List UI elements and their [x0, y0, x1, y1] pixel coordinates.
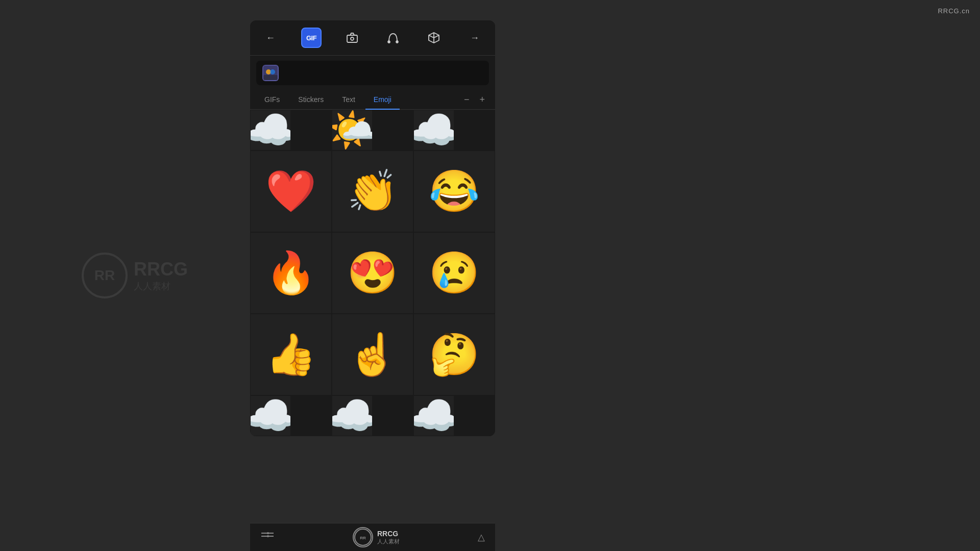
emoji-cloud2: 🌤️	[332, 110, 373, 151]
emoji-cell-partial-2[interactable]: 🌤️	[332, 110, 373, 151]
toolbar: ← GIF	[250, 20, 495, 56]
camera-icon	[346, 32, 358, 44]
arch-button[interactable]	[383, 28, 403, 48]
emoji-grid: ☁️ 🌤️ ☁️ ❤️ 👏 😂 🔥 😍 😢 👍	[250, 110, 495, 436]
emoji-cell-cry[interactable]: 😢	[413, 232, 495, 314]
arch-icon	[387, 32, 399, 44]
svg-point-13	[267, 535, 269, 537]
emoji-cell-bottom-2[interactable]: ☁️	[332, 395, 373, 436]
avatar-image	[263, 66, 278, 80]
watermark: RR RRCG 人人素材	[82, 253, 188, 298]
svg-text:RR: RR	[360, 536, 366, 540]
emoji-laugh: 😂	[429, 171, 480, 212]
tab-plus[interactable]: +	[475, 92, 489, 107]
emoji-heart-eyes: 😍	[347, 253, 398, 293]
bottom-logo-circle: RR	[353, 527, 373, 547]
tabs-bar: GIFs Stickers Text Emoji − +	[250, 90, 495, 110]
emoji-point: ☝️	[347, 334, 398, 375]
emoji-cloud3: ☁️	[413, 110, 454, 151]
emoji-cry: 😢	[429, 253, 480, 293]
logo-svg: RR	[354, 528, 372, 546]
logo-text-group: RRCG 人人素材	[377, 530, 400, 545]
watermark-circle-text: RR	[94, 267, 115, 284]
top-right-brand: RRCG.cn	[938, 7, 970, 15]
logo-sub: 人人素材	[377, 538, 400, 545]
tab-gifs[interactable]: GIFs	[256, 90, 288, 110]
emoji-cell-point[interactable]: ☝️	[332, 314, 413, 395]
search-bar	[256, 61, 489, 85]
triangle-button[interactable]: △	[478, 532, 485, 543]
svg-point-6	[270, 69, 275, 74]
emoji-cell-partial-1[interactable]: ☁️	[250, 110, 291, 151]
composition-icon[interactable]	[260, 529, 275, 546]
tab-text[interactable]: Text	[334, 90, 363, 110]
composition-lines-icon	[260, 529, 275, 543]
emoji-cell-partial-3[interactable]: ☁️	[413, 110, 454, 151]
forward-icon: →	[470, 33, 479, 43]
emoji-heart: ❤️	[265, 171, 316, 212]
emoji-cell-thinking[interactable]: 🤔	[413, 314, 495, 395]
svg-rect-0	[347, 35, 357, 42]
emoji-cloud1: ☁️	[250, 110, 291, 151]
emoji-cell-heart-eyes[interactable]: 😍	[332, 232, 413, 314]
gif-button[interactable]: GIF	[301, 28, 322, 48]
logo-rrcg: RRCG	[377, 530, 400, 538]
emoji-thinking: 🤔	[429, 334, 480, 375]
svg-point-2	[388, 41, 390, 43]
camera-button[interactable]	[342, 28, 362, 48]
svg-point-12	[267, 532, 269, 534]
cube-icon	[428, 32, 440, 44]
emoji-cell-thumbsup[interactable]: 👍	[250, 314, 332, 395]
back-icon: ←	[266, 33, 275, 43]
watermark-text: RRCG 人人素材	[134, 259, 188, 292]
emoji-thumbsup: 👍	[265, 334, 316, 375]
gif-icon: GIF	[306, 34, 316, 42]
search-avatar	[262, 65, 279, 81]
emoji-panel: ← GIF	[250, 20, 495, 436]
emoji-bottom-cloud2: ☁️	[332, 395, 373, 436]
emoji-cell-heart[interactable]: ❤️	[250, 151, 332, 232]
emoji-cell-laugh[interactable]: 😂	[413, 151, 495, 232]
svg-point-3	[396, 41, 398, 43]
tab-emoji[interactable]: Emoji	[365, 90, 400, 110]
bottom-logo: RR RRCG 人人素材	[353, 527, 400, 547]
forward-button[interactable]: →	[464, 28, 485, 48]
emoji-cell-bottom-1[interactable]: ☁️	[250, 395, 291, 436]
bottom-bar: RR RRCG 人人素材 △	[250, 523, 495, 551]
svg-rect-7	[263, 75, 278, 80]
emoji-bottom-cloud3: ☁️	[413, 395, 454, 436]
emoji-cell-bottom-3[interactable]: ☁️	[413, 395, 454, 436]
svg-point-1	[351, 37, 354, 40]
emoji-bottom-cloud1: ☁️	[250, 395, 291, 436]
emoji-clap: 👏	[347, 171, 398, 212]
tab-minus[interactable]: −	[460, 92, 474, 107]
cube-button[interactable]	[424, 28, 444, 48]
emoji-fire: 🔥	[265, 253, 316, 293]
emoji-cell-clap[interactable]: 👏	[332, 151, 413, 232]
tab-stickers[interactable]: Stickers	[290, 90, 332, 110]
watermark-big-text: RRCG	[134, 259, 188, 280]
emoji-cell-fire[interactable]: 🔥	[250, 232, 332, 314]
search-input[interactable]	[284, 69, 483, 77]
back-button[interactable]: ←	[260, 28, 281, 48]
watermark-circle: RR	[82, 253, 128, 298]
watermark-small-text: 人人素材	[134, 280, 188, 292]
